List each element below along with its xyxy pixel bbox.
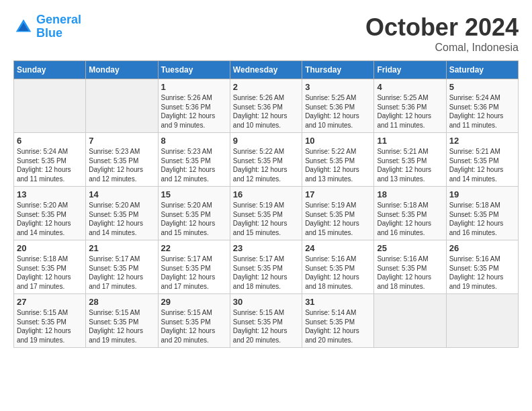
day-info: Sunrise: 5:17 AM Sunset: 5:35 PM Dayligh… xyxy=(233,255,299,291)
page-header: General Blue October 2024 Comal, Indones… xyxy=(13,13,519,54)
col-header-sunday: Sunday xyxy=(14,61,86,79)
day-number: 15 xyxy=(161,189,227,199)
calendar-week-row: 6Sunrise: 5:24 AM Sunset: 5:35 PM Daylig… xyxy=(14,133,519,187)
day-number: 8 xyxy=(161,136,227,146)
day-number: 27 xyxy=(17,297,83,307)
calendar-cell: 5Sunrise: 5:24 AM Sunset: 5:36 PM Daylig… xyxy=(446,79,518,133)
calendar-cell xyxy=(374,294,446,348)
day-info: Sunrise: 5:25 AM Sunset: 5:36 PM Dayligh… xyxy=(377,93,443,130)
calendar-cell: 30Sunrise: 5:15 AM Sunset: 5:35 PM Dayli… xyxy=(230,294,302,348)
calendar-cell xyxy=(86,79,158,133)
day-number: 20 xyxy=(17,243,83,253)
calendar-cell: 3Sunrise: 5:25 AM Sunset: 5:36 PM Daylig… xyxy=(302,79,374,133)
day-number: 16 xyxy=(233,189,299,199)
calendar-week-row: 27Sunrise: 5:15 AM Sunset: 5:35 PM Dayli… xyxy=(14,294,519,348)
day-number: 10 xyxy=(305,136,371,146)
day-info: Sunrise: 5:15 AM Sunset: 5:35 PM Dayligh… xyxy=(233,308,299,345)
day-number: 18 xyxy=(377,189,443,199)
calendar-cell: 21Sunrise: 5:17 AM Sunset: 5:35 PM Dayli… xyxy=(86,240,158,294)
title-area: October 2024 Comal, Indonesia xyxy=(365,13,519,54)
day-info: Sunrise: 5:22 AM Sunset: 5:35 PM Dayligh… xyxy=(305,147,371,183)
calendar-cell: 4Sunrise: 5:25 AM Sunset: 5:36 PM Daylig… xyxy=(374,79,446,133)
day-info: Sunrise: 5:18 AM Sunset: 5:35 PM Dayligh… xyxy=(449,201,515,237)
calendar-cell: 9Sunrise: 5:22 AM Sunset: 5:35 PM Daylig… xyxy=(230,133,302,187)
day-info: Sunrise: 5:25 AM Sunset: 5:36 PM Dayligh… xyxy=(305,93,371,130)
calendar-cell: 10Sunrise: 5:22 AM Sunset: 5:35 PM Dayli… xyxy=(302,133,374,187)
day-info: Sunrise: 5:20 AM Sunset: 5:35 PM Dayligh… xyxy=(161,201,227,237)
calendar-cell: 17Sunrise: 5:19 AM Sunset: 5:35 PM Dayli… xyxy=(302,187,374,240)
calendar-week-row: 1Sunrise: 5:26 AM Sunset: 5:36 PM Daylig… xyxy=(14,79,519,133)
day-info: Sunrise: 5:21 AM Sunset: 5:35 PM Dayligh… xyxy=(377,147,443,183)
calendar-cell: 20Sunrise: 5:18 AM Sunset: 5:35 PM Dayli… xyxy=(14,240,86,294)
calendar-cell: 13Sunrise: 5:20 AM Sunset: 5:35 PM Dayli… xyxy=(14,187,86,240)
day-info: Sunrise: 5:15 AM Sunset: 5:35 PM Dayligh… xyxy=(161,308,227,345)
calendar-cell: 2Sunrise: 5:26 AM Sunset: 5:36 PM Daylig… xyxy=(230,79,302,133)
day-number: 30 xyxy=(233,297,299,307)
calendar-cell: 8Sunrise: 5:23 AM Sunset: 5:35 PM Daylig… xyxy=(158,133,230,187)
day-info: Sunrise: 5:17 AM Sunset: 5:35 PM Dayligh… xyxy=(89,255,154,291)
day-info: Sunrise: 5:19 AM Sunset: 5:35 PM Dayligh… xyxy=(233,201,299,237)
day-number: 3 xyxy=(305,82,371,92)
calendar-week-row: 13Sunrise: 5:20 AM Sunset: 5:35 PM Dayli… xyxy=(14,187,519,240)
day-number: 17 xyxy=(305,189,371,199)
day-info: Sunrise: 5:20 AM Sunset: 5:35 PM Dayligh… xyxy=(89,201,154,237)
day-info: Sunrise: 5:26 AM Sunset: 5:36 PM Dayligh… xyxy=(161,93,227,130)
calendar-cell: 11Sunrise: 5:21 AM Sunset: 5:35 PM Dayli… xyxy=(374,133,446,187)
calendar-cell: 27Sunrise: 5:15 AM Sunset: 5:35 PM Dayli… xyxy=(14,294,86,348)
col-header-monday: Monday xyxy=(86,61,158,79)
day-number: 24 xyxy=(305,243,371,253)
day-number: 25 xyxy=(377,243,443,253)
day-number: 28 xyxy=(89,297,154,307)
month-title: October 2024 xyxy=(365,13,519,42)
day-info: Sunrise: 5:16 AM Sunset: 5:35 PM Dayligh… xyxy=(449,255,515,291)
calendar-cell: 14Sunrise: 5:20 AM Sunset: 5:35 PM Dayli… xyxy=(86,187,158,240)
day-info: Sunrise: 5:14 AM Sunset: 5:35 PM Dayligh… xyxy=(305,308,371,345)
day-number: 31 xyxy=(305,297,371,307)
day-number: 29 xyxy=(161,297,227,307)
day-number: 5 xyxy=(449,82,515,92)
calendar-cell: 28Sunrise: 5:15 AM Sunset: 5:35 PM Dayli… xyxy=(86,294,158,348)
day-number: 14 xyxy=(89,189,154,199)
day-info: Sunrise: 5:24 AM Sunset: 5:35 PM Dayligh… xyxy=(17,147,83,183)
day-number: 21 xyxy=(89,243,154,253)
calendar-cell: 29Sunrise: 5:15 AM Sunset: 5:35 PM Dayli… xyxy=(158,294,230,348)
day-number: 11 xyxy=(377,136,443,146)
calendar-cell: 7Sunrise: 5:23 AM Sunset: 5:35 PM Daylig… xyxy=(86,133,158,187)
day-info: Sunrise: 5:23 AM Sunset: 5:35 PM Dayligh… xyxy=(161,147,227,183)
calendar-header-row: SundayMondayTuesdayWednesdayThursdayFrid… xyxy=(14,61,519,79)
calendar-cell: 23Sunrise: 5:17 AM Sunset: 5:35 PM Dayli… xyxy=(230,240,302,294)
day-info: Sunrise: 5:22 AM Sunset: 5:35 PM Dayligh… xyxy=(233,147,299,183)
calendar-cell: 19Sunrise: 5:18 AM Sunset: 5:35 PM Dayli… xyxy=(446,187,518,240)
calendar-cell: 12Sunrise: 5:21 AM Sunset: 5:35 PM Dayli… xyxy=(446,133,518,187)
day-number: 23 xyxy=(233,243,299,253)
calendar-cell: 18Sunrise: 5:18 AM Sunset: 5:35 PM Dayli… xyxy=(374,187,446,240)
calendar-cell: 26Sunrise: 5:16 AM Sunset: 5:35 PM Dayli… xyxy=(446,240,518,294)
logo-line2: Blue xyxy=(36,26,62,40)
day-info: Sunrise: 5:21 AM Sunset: 5:35 PM Dayligh… xyxy=(449,147,515,183)
day-number: 1 xyxy=(161,82,227,92)
day-number: 19 xyxy=(449,189,515,199)
calendar-table: SundayMondayTuesdayWednesdayThursdayFrid… xyxy=(13,60,519,348)
day-info: Sunrise: 5:16 AM Sunset: 5:35 PM Dayligh… xyxy=(377,255,443,291)
day-info: Sunrise: 5:17 AM Sunset: 5:35 PM Dayligh… xyxy=(161,255,227,291)
day-number: 12 xyxy=(449,136,515,146)
calendar-cell: 24Sunrise: 5:16 AM Sunset: 5:35 PM Dayli… xyxy=(302,240,374,294)
col-header-wednesday: Wednesday xyxy=(230,61,302,79)
calendar-cell xyxy=(14,79,86,133)
day-number: 6 xyxy=(17,136,83,146)
calendar-cell xyxy=(446,294,518,348)
day-info: Sunrise: 5:16 AM Sunset: 5:35 PM Dayligh… xyxy=(305,255,371,291)
day-info: Sunrise: 5:23 AM Sunset: 5:35 PM Dayligh… xyxy=(89,147,154,183)
col-header-saturday: Saturday xyxy=(446,61,518,79)
calendar-cell: 6Sunrise: 5:24 AM Sunset: 5:35 PM Daylig… xyxy=(14,133,86,187)
calendar-cell: 25Sunrise: 5:16 AM Sunset: 5:35 PM Dayli… xyxy=(374,240,446,294)
logo-line1: General xyxy=(36,13,81,26)
calendar-cell: 31Sunrise: 5:14 AM Sunset: 5:35 PM Dayli… xyxy=(302,294,374,348)
day-info: Sunrise: 5:15 AM Sunset: 5:35 PM Dayligh… xyxy=(89,308,154,345)
day-number: 7 xyxy=(89,136,154,146)
day-info: Sunrise: 5:19 AM Sunset: 5:35 PM Dayligh… xyxy=(305,201,371,237)
col-header-tuesday: Tuesday xyxy=(158,61,230,79)
day-info: Sunrise: 5:26 AM Sunset: 5:36 PM Dayligh… xyxy=(233,93,299,130)
day-info: Sunrise: 5:18 AM Sunset: 5:35 PM Dayligh… xyxy=(377,201,443,237)
logo-icon xyxy=(13,17,34,37)
